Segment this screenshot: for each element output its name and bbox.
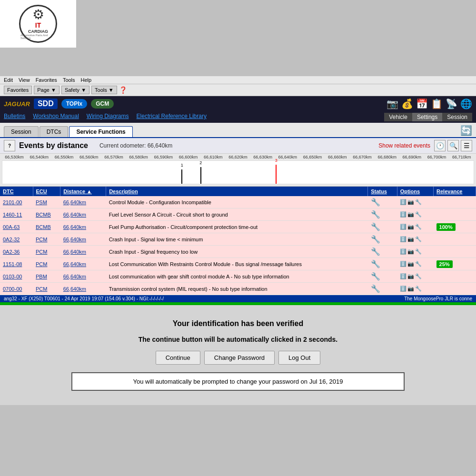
opt-wrench-icon[interactable]: 🔧 bbox=[415, 273, 422, 279]
opt-wrench-icon[interactable]: 🔧 bbox=[415, 261, 422, 267]
dtc-options: ℹ️ 📷 🔧 bbox=[397, 246, 433, 258]
icon-notes[interactable]: 📋 bbox=[431, 98, 443, 109]
icon-rss[interactable]: 📡 bbox=[446, 98, 457, 109]
dtc-relevance bbox=[434, 196, 476, 208]
table-row: 0700-00 PCM 66,640km Transmission contro… bbox=[0, 283, 476, 295]
col-status[interactable]: Status bbox=[368, 187, 397, 196]
password-notice: You will automatically be prompted to ch… bbox=[71, 372, 405, 391]
opt-camera-icon[interactable]: 📷 bbox=[407, 286, 414, 292]
tab-dtcs[interactable]: DTCs bbox=[40, 126, 69, 137]
page-btn[interactable]: Page ▼ bbox=[34, 86, 60, 94]
dtc-options: ℹ️ 📷 🔧 bbox=[397, 221, 433, 233]
bottom-area bbox=[0, 405, 476, 476]
col-relevance[interactable]: Relevance bbox=[434, 187, 476, 196]
opt-camera-icon[interactable]: 📷 bbox=[407, 199, 414, 205]
opt-camera-icon[interactable]: 📷 bbox=[407, 224, 414, 230]
col-distance[interactable]: Distance ▲ bbox=[60, 187, 106, 196]
dtc-distance: 66,640km bbox=[60, 258, 106, 270]
dtc-description: Crash Input - Signal low time < minimum bbox=[106, 233, 368, 246]
opt-wrench-icon[interactable]: 🔧 bbox=[415, 211, 422, 218]
jaguar-logo: JAGUAR bbox=[4, 100, 30, 108]
gcm-button[interactable]: GCM bbox=[91, 99, 114, 109]
icon-currency[interactable]: 💰 bbox=[401, 98, 413, 109]
sdd-logo: SDD bbox=[34, 99, 58, 109]
events-title: Events by distance bbox=[19, 141, 88, 150]
header-icons: 📷 💰 📅 📋 📡 🌐 bbox=[387, 98, 472, 109]
help-btn[interactable]: ❓ bbox=[119, 86, 127, 94]
list-tool[interactable]: ☰ bbox=[461, 140, 472, 151]
dtc-ecu: PBM bbox=[33, 270, 60, 283]
dtc-distance: 66,640km bbox=[60, 283, 106, 295]
nav-wiring-diagrams[interactable]: Wiring Diagrams bbox=[87, 113, 129, 121]
opt-info-icon[interactable]: ℹ️ bbox=[400, 248, 407, 255]
settings-btn[interactable]: Settings bbox=[412, 113, 442, 121]
favorites-btn[interactable]: Favorites bbox=[4, 86, 32, 94]
opt-camera-icon[interactable]: 📷 bbox=[407, 273, 414, 279]
opt-info-icon[interactable]: ℹ️ bbox=[400, 199, 407, 205]
vehicle-btn[interactable]: Vehicle bbox=[384, 113, 412, 121]
opt-info-icon[interactable]: ℹ️ bbox=[400, 236, 407, 242]
sdd-status: ang32 - XF (X250) T00601 - 24 Apr 2019 1… bbox=[0, 295, 476, 302]
nav-bulletins[interactable]: Bulletins bbox=[4, 113, 25, 121]
dtc-distance: 66,640km bbox=[60, 208, 106, 221]
table-row: 0A2-32 PCM 66,640km Crash Input - Signal… bbox=[0, 233, 476, 246]
opt-wrench-icon[interactable]: 🔧 bbox=[415, 248, 422, 255]
dtc-code: 1151-08 bbox=[0, 258, 33, 270]
dtc-status: 🔧 bbox=[368, 196, 397, 208]
menu-favorites[interactable]: Favorites bbox=[36, 77, 57, 83]
opt-camera-icon[interactable]: 📷 bbox=[407, 261, 414, 267]
tab-right-icon: 🔄 bbox=[460, 125, 472, 136]
events-icon: ? bbox=[4, 140, 15, 151]
tools-btn[interactable]: Tools ▼ bbox=[91, 86, 117, 94]
dtc-ecu: BCMB bbox=[33, 221, 60, 233]
dtc-distance: 66,640km bbox=[60, 246, 106, 258]
opt-info-icon[interactable]: ℹ️ bbox=[400, 211, 407, 218]
dtc-options: ℹ️ 📷 🔧 bbox=[397, 208, 433, 221]
history-tool[interactable]: 🕐 bbox=[434, 140, 446, 151]
topix-button[interactable]: TOPIx bbox=[61, 99, 87, 109]
opt-wrench-icon[interactable]: 🔧 bbox=[415, 236, 422, 242]
menu-edit[interactable]: Edit bbox=[4, 77, 13, 83]
events-tools: 🕐 🔍 ☰ bbox=[434, 140, 472, 151]
dtc-table: DTC ECU Distance ▲ Description Status Op… bbox=[0, 187, 476, 295]
dialog-buttons: Continue Change Password Log Out bbox=[156, 351, 321, 365]
col-dtc[interactable]: DTC bbox=[0, 187, 33, 196]
opt-camera-icon[interactable]: 📷 bbox=[407, 211, 414, 218]
logout-button[interactable]: Log Out bbox=[278, 351, 320, 365]
safety-btn[interactable]: Safety ▼ bbox=[61, 86, 89, 94]
opt-camera-icon[interactable]: 📷 bbox=[407, 236, 414, 242]
continue-button[interactable]: Continue bbox=[156, 351, 200, 365]
col-ecu[interactable]: ECU bbox=[33, 187, 60, 196]
opt-wrench-icon[interactable]: 🔧 bbox=[415, 286, 422, 292]
dtc-status: 🔧 bbox=[368, 233, 397, 246]
tab-session[interactable]: Session bbox=[4, 126, 39, 137]
password-notice-text: You will automatically be prompted to ch… bbox=[133, 378, 343, 385]
opt-info-icon[interactable]: ℹ️ bbox=[400, 286, 407, 292]
dtc-relevance bbox=[434, 270, 476, 283]
change-password-button[interactable]: Change Password bbox=[204, 351, 275, 365]
logo-cardiag-text: CARDIAG bbox=[28, 29, 48, 34]
tab-service-functions[interactable]: Service Functions bbox=[69, 126, 132, 137]
dtc-ecu: BCMB bbox=[33, 208, 60, 221]
dtc-relevance: 100% bbox=[434, 221, 476, 233]
icon-globe[interactable]: 🌐 bbox=[460, 98, 472, 109]
nav-electrical-ref[interactable]: Electrical Reference Library bbox=[137, 113, 207, 121]
opt-info-icon[interactable]: ℹ️ bbox=[400, 273, 407, 279]
opt-info-icon[interactable]: ℹ️ bbox=[400, 224, 407, 230]
search-tool[interactable]: 🔍 bbox=[447, 140, 459, 151]
menu-view[interactable]: View bbox=[19, 77, 30, 83]
icon-calendar[interactable]: 📅 bbox=[416, 98, 428, 109]
opt-wrench-icon[interactable]: 🔧 bbox=[415, 199, 422, 205]
menu-help[interactable]: Help bbox=[81, 77, 92, 83]
icon-camera[interactable]: 📷 bbox=[387, 98, 398, 109]
opt-wrench-icon[interactable]: 🔧 bbox=[415, 224, 422, 230]
col-description[interactable]: Description bbox=[106, 187, 368, 196]
opt-info-icon[interactable]: ℹ️ bbox=[400, 261, 407, 267]
session-btn[interactable]: Session bbox=[442, 113, 472, 121]
col-options[interactable]: Options bbox=[397, 187, 433, 196]
nav-workshop-manual[interactable]: Workshop Manual bbox=[33, 113, 79, 121]
opt-camera-icon[interactable]: 📷 bbox=[407, 248, 414, 255]
dtc-ecu: PCM bbox=[33, 233, 60, 246]
show-related-events[interactable]: Show related events bbox=[378, 142, 430, 149]
menu-tools[interactable]: Tools bbox=[63, 77, 75, 83]
